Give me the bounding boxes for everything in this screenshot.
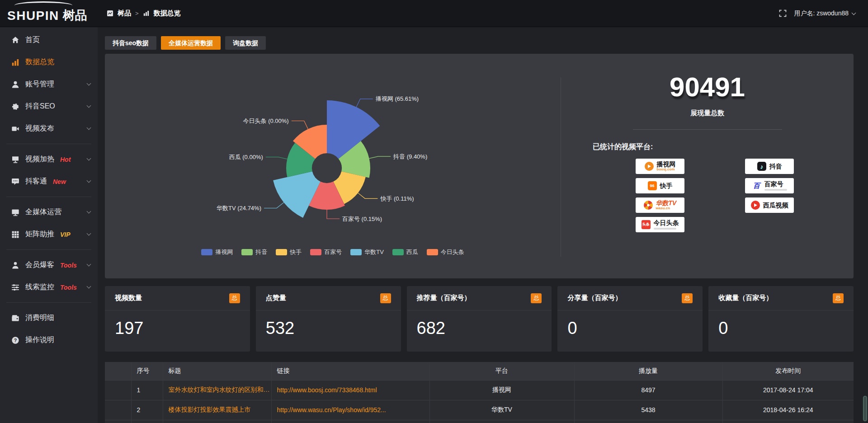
sidebar-item-label: 操作说明 <box>25 335 54 345</box>
legend-label: 播视网 <box>215 248 233 256</box>
table-row-2: 2楼体投影灯投影效果震撼上市http://www.wasu.cn/Play/sh… <box>105 400 854 420</box>
total-badge: 总 <box>682 293 693 303</box>
cell-title[interactable]: 室外水纹灯和室内水纹灯的区别和简介 <box>163 380 271 400</box>
platform-badge-douyin: ♪抖音 <box>745 159 794 174</box>
cell-title[interactable]: 楼体投影灯投影效果震撼上市 <box>163 400 271 420</box>
table-row-1: 1室外水纹灯和室内水纹灯的区别和简介http://www.boosj.com/7… <box>105 380 854 400</box>
chart-panel: 播视网 (65.61%)抖音 (9.40%)快手 (0.11%)百家号 (0.1… <box>105 54 854 278</box>
platform-name: 华数TV <box>656 200 677 207</box>
user-label: 用户名: zswodun88 <box>794 9 849 18</box>
legend-item-今日头条[interactable]: 今日头条 <box>427 248 464 256</box>
home-icon <box>11 36 19 44</box>
col-header-platform: 平台 <box>429 362 574 380</box>
breadcrumb-root[interactable]: 树品 <box>118 9 131 18</box>
legend-swatch <box>241 249 253 255</box>
sidebar-item-matrix-boost[interactable]: 矩阵助推VIP <box>0 223 98 245</box>
stat-card-label: 推荐量（百家号） <box>417 294 471 302</box>
sidebar-item-home[interactable]: 首页 <box>0 29 98 51</box>
chevron-down-icon <box>87 262 91 267</box>
legend-swatch <box>392 249 404 255</box>
sidebar-item-video-publish[interactable]: 视频发布 <box>0 118 98 140</box>
pie-slice-华数TV[interactable] <box>273 171 321 218</box>
sidebar: 首页数据总览账号管理抖音SEO视频发布视频加热Hot抖客通New全媒体运营矩阵助… <box>0 27 98 423</box>
platform-subtext: wasu.cn <box>656 207 670 210</box>
stat-card-value: 0 <box>557 310 703 337</box>
help-icon: ? <box>11 336 19 344</box>
platform-name: 播视网 <box>657 161 676 168</box>
cell-time: 2018-04-26 16:24 <box>722 400 854 420</box>
stat-card-label: 点赞量 <box>266 294 286 302</box>
chat-icon <box>11 178 19 186</box>
fullscreen-icon[interactable] <box>779 9 787 17</box>
pie-label-line <box>264 202 284 208</box>
topbar: SHUPIN 树品 树品 > 数据总览 用户名: zswodun88 <box>0 0 868 27</box>
user-menu[interactable]: 用户名: zswodun88 <box>794 9 855 18</box>
pie-label: 播视网 (65.61%) <box>376 95 419 102</box>
scrollbar-thumb[interactable] <box>863 396 867 421</box>
sidebar-item-douyin-seo[interactable]: 抖音SEO <box>0 95 98 118</box>
legend-swatch <box>350 249 362 255</box>
platform-badge-texts: 快手 <box>660 183 673 189</box>
tab-omnimedia-data[interactable]: 全媒体运营数据 <box>161 36 221 50</box>
legend-swatch <box>201 249 212 255</box>
sidebar-item-account-management[interactable]: 账号管理 <box>0 73 98 95</box>
platform-badge-texts: 抖音 <box>769 163 782 170</box>
sidebar-item-operation-guide[interactable]: ?操作说明 <box>0 329 98 351</box>
breadcrumb: 树品 > 数据总览 <box>107 9 181 18</box>
heat-icon <box>11 155 19 164</box>
sidebar-item-badge: VIP <box>60 231 71 238</box>
sidebar-item-label: 线索监控 <box>25 282 54 292</box>
platform-badge-texts: 今日头条 <box>654 220 679 230</box>
pie-label-line <box>356 99 373 107</box>
total-badge: 总 <box>380 293 391 303</box>
breadcrumb-root-icon <box>107 10 113 17</box>
user-icon <box>11 80 19 89</box>
pie-label: 今日头条 (0.00%) <box>243 118 289 124</box>
legend-item-华数TV[interactable]: 华数TV <box>350 248 384 256</box>
cell-link[interactable]: http://www.wasu.cn/Play/show/id/952... <box>271 400 429 420</box>
sidebar-item-consumption-detail[interactable]: 消费明细 <box>0 307 98 329</box>
play-icon <box>754 203 757 207</box>
pie-label-line <box>358 193 378 198</box>
stat-card-value: 197 <box>105 310 250 337</box>
platform-badge-texts: 百家号 <box>764 181 787 191</box>
sidebar-divider <box>6 302 91 303</box>
sidebar-item-omnimedia-operation[interactable]: 全媒体运营 <box>0 201 98 223</box>
col-header-plays: 播放量 <box>574 362 722 380</box>
sidebar-item-label: 抖音SEO <box>25 102 55 111</box>
platform-column-1: ♪抖音百百家号西瓜视频 <box>745 159 794 213</box>
platform-badge-boosj: 播视网boosj.com <box>636 159 684 174</box>
sidebar-item-clue-monitor[interactable]: 线索监控Tools <box>0 276 98 298</box>
chevron-down-icon <box>87 126 91 130</box>
sidebar-item-data-overview[interactable]: 数据总览 <box>0 51 98 73</box>
sidebar-item-member-baoke[interactable]: 会员爆客Tools <box>0 254 98 276</box>
sidebar-item-badge: Tools <box>60 262 77 269</box>
cell-plays: 5438 <box>574 400 722 420</box>
legend-item-西瓜[interactable]: 西瓜 <box>392 248 418 256</box>
tab-inquiry-data[interactable]: 询盘数据 <box>225 36 266 50</box>
chevron-down-icon <box>87 179 91 183</box>
pie-label-line <box>266 157 288 160</box>
tabs: 抖音seo数据全媒体运营数据询盘数据 <box>105 36 854 50</box>
sidebar-item-label: 矩阵助推 <box>25 230 54 239</box>
chevron-down-icon <box>87 156 91 161</box>
legend-label: 百家号 <box>324 248 342 256</box>
sidebar-menu: 首页数据总览账号管理抖音SEO视频发布视频加热Hot抖客通New全媒体运营矩阵助… <box>0 29 98 351</box>
platform-tagline-placeholder <box>764 189 787 191</box>
col-header-time: 发布时间 <box>722 362 854 380</box>
sidebar-item-label: 视频加热 <box>25 155 54 164</box>
cell-link[interactable]: http://www.boosj.com/7338468.html <box>271 380 429 400</box>
tab-douyin-seo-data[interactable]: 抖音seo数据 <box>105 36 156 50</box>
legend-item-抖音[interactable]: 抖音 <box>241 248 267 256</box>
legend-item-百家号[interactable]: 百家号 <box>310 248 342 256</box>
sidebar-item-douketong[interactable]: 抖客通New <box>0 170 98 193</box>
col-header-select <box>105 362 131 380</box>
table-row-partial <box>105 420 854 423</box>
kuaishou-logo-icon: 96 <box>648 181 657 190</box>
platform-badge-kuaishou: 96快手 <box>636 178 684 193</box>
legend-item-快手[interactable]: 快手 <box>276 248 302 256</box>
platform-badge-wasu: 华数TVwasu.cn <box>636 197 684 213</box>
sidebar-item-video-heating[interactable]: 视频加热Hot <box>0 148 98 170</box>
cell-checkbox <box>105 420 131 423</box>
legend-item-播视网[interactable]: 播视网 <box>201 248 233 256</box>
